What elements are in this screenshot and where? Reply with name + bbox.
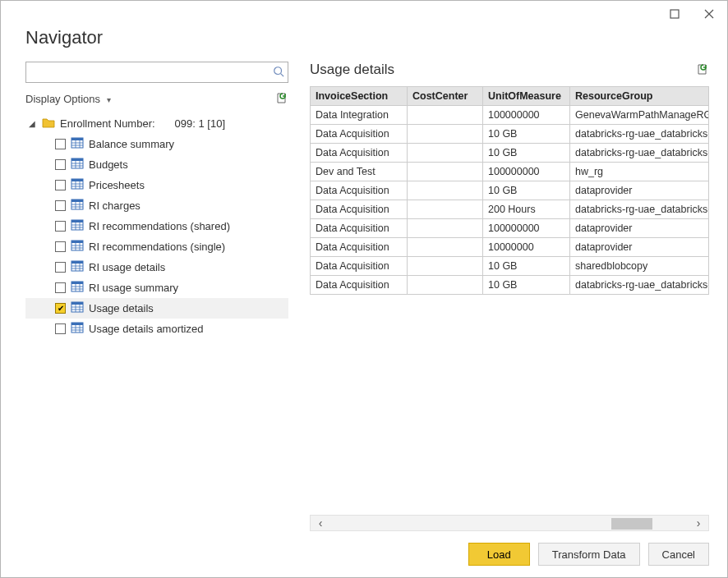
tree-item-label: Pricesheets <box>89 179 145 191</box>
tree-item[interactable]: RI recommendations (shared) <box>25 216 288 236</box>
table-icon <box>71 219 84 233</box>
tree-item[interactable]: RI usage details <box>25 257 288 278</box>
tree-item-label: Usage details amortized <box>89 323 203 335</box>
checkbox[interactable] <box>55 200 66 211</box>
table-cell: 10 GB <box>483 144 570 163</box>
tree-item[interactable]: Usage details amortized <box>25 319 288 339</box>
tree-item-label: RI usage summary <box>89 282 178 294</box>
table-cell: Data Acquisition <box>311 125 408 144</box>
refresh-icon[interactable] <box>275 91 288 107</box>
table-icon <box>71 301 84 315</box>
table-row: Data Acquisition200 Hoursdatabricks-rg-u… <box>311 200 709 219</box>
table-row: Data Acquisition10 GBdatabricks-rg-uae_d… <box>311 144 709 163</box>
tree-item[interactable]: Budgets <box>25 154 288 175</box>
table-cell: Data Acquisition <box>311 181 408 200</box>
tree-root[interactable]: ◢ Enrollment Number: 099: 1 [10] <box>25 113 288 134</box>
table-cell: databricks-rg-uae_databricks- <box>570 144 709 163</box>
checkbox[interactable] <box>55 282 66 293</box>
column-header[interactable]: UnitOfMeasure <box>483 87 570 106</box>
tree-item[interactable]: Usage details <box>25 298 288 319</box>
table-cell: GenevaWarmPathManageRG <box>570 106 709 125</box>
column-header[interactable]: ResourceGroup <box>570 87 709 106</box>
table-row: Data Integration100000000GenevaWarmPathM… <box>311 106 709 125</box>
svg-line-4 <box>281 73 284 76</box>
tree-item-label: Balance summary <box>89 138 174 150</box>
checkbox[interactable] <box>55 323 66 334</box>
column-header[interactable]: InvoiceSection <box>311 87 408 106</box>
scroll-left-icon[interactable]: ‹ <box>311 516 330 530</box>
tree-item[interactable]: Balance summary <box>25 134 288 154</box>
transform-data-button[interactable]: Transform Data <box>538 543 640 566</box>
table-cell: 200 Hours <box>483 200 570 219</box>
checkbox[interactable] <box>55 139 66 149</box>
table-cell <box>408 125 483 144</box>
svg-rect-6 <box>71 138 83 140</box>
table-cell: Data Acquisition <box>311 219 408 238</box>
table-icon <box>71 322 84 336</box>
search-icon[interactable] <box>273 66 284 80</box>
checkbox[interactable] <box>55 241 66 252</box>
checkbox[interactable] <box>55 221 66 232</box>
tree-item[interactable]: RI recommendations (single) <box>25 236 288 257</box>
cancel-button[interactable]: Cancel <box>648 543 709 566</box>
titlebar <box>1 1 727 27</box>
folder-icon <box>42 117 55 131</box>
tree-item[interactable]: RI charges <box>25 195 288 216</box>
checkbox[interactable] <box>55 159 66 170</box>
search-input[interactable] <box>30 66 273 80</box>
table-cell: 10000000 <box>483 238 570 257</box>
tree-item-label: RI recommendations (single) <box>89 241 225 253</box>
table-cell: databricks-rg-uae_databricks- <box>570 200 709 219</box>
table-cell: Dev and Test <box>311 163 408 181</box>
tree-item-label: Usage details <box>89 302 154 314</box>
table-cell: 10 GB <box>483 181 570 200</box>
checkbox[interactable] <box>55 303 66 314</box>
page-title: Navigator <box>25 27 709 48</box>
svg-rect-36 <box>71 241 83 243</box>
table-cell: Data Acquisition <box>311 200 408 219</box>
preview-title: Usage details <box>310 62 394 78</box>
table-row: Data Acquisition10000000dataprovider <box>311 238 709 257</box>
table-cell <box>408 219 483 238</box>
table-icon <box>71 281 84 295</box>
table-cell: Data Acquisition <box>311 144 408 163</box>
tree-item-label: RI usage details <box>89 261 165 273</box>
display-options-label: Display Options <box>25 93 100 105</box>
tree-item-label: Budgets <box>89 158 128 171</box>
tree-item[interactable]: Pricesheets <box>25 175 288 195</box>
svg-rect-48 <box>71 282 83 284</box>
display-options-dropdown[interactable]: Display Options ▾ <box>25 93 111 105</box>
table-icon <box>71 199 84 213</box>
svg-rect-18 <box>71 179 83 181</box>
svg-rect-30 <box>71 220 83 222</box>
load-button[interactable]: Load <box>468 543 530 566</box>
expander-icon[interactable]: ◢ <box>29 119 37 128</box>
scroll-track[interactable] <box>330 516 689 530</box>
table-cell <box>408 257 483 276</box>
table-row: Data Acquisition10 GBdataprovider <box>311 181 709 200</box>
checkbox[interactable] <box>55 180 66 190</box>
table-cell: sharedblobcopy <box>570 257 709 276</box>
horizontal-scrollbar[interactable]: ‹ › <box>310 515 709 531</box>
preview-table: InvoiceSection CostCenter UnitOfMeasure … <box>310 86 709 295</box>
table-row: Data Acquisition10 GBdatabricks-rg-uae_d… <box>311 276 709 295</box>
svg-rect-24 <box>71 200 83 202</box>
table-cell: databricks-rg-uae_databricks- <box>570 125 709 144</box>
table-row: Dev and Test100000000hw_rg <box>311 163 709 181</box>
table-cell: 100000000 <box>483 219 570 238</box>
table-cell: dataprovider <box>570 181 709 200</box>
column-header[interactable]: CostCenter <box>408 87 483 106</box>
preview-refresh-icon[interactable] <box>696 62 709 78</box>
table-cell: dataprovider <box>570 219 709 238</box>
search-box[interactable] <box>25 62 288 83</box>
table-cell <box>408 181 483 200</box>
window-maximize-button[interactable] <box>663 4 686 24</box>
table-cell <box>408 276 483 295</box>
tree-item[interactable]: RI usage summary <box>25 278 288 298</box>
scroll-right-icon[interactable]: › <box>689 516 708 530</box>
table-cell: databricks-rg-uae_databricks- <box>570 276 709 295</box>
scroll-thumb[interactable] <box>611 518 652 530</box>
window-close-button[interactable] <box>698 4 721 24</box>
checkbox[interactable] <box>55 262 66 273</box>
table-cell <box>408 163 483 181</box>
